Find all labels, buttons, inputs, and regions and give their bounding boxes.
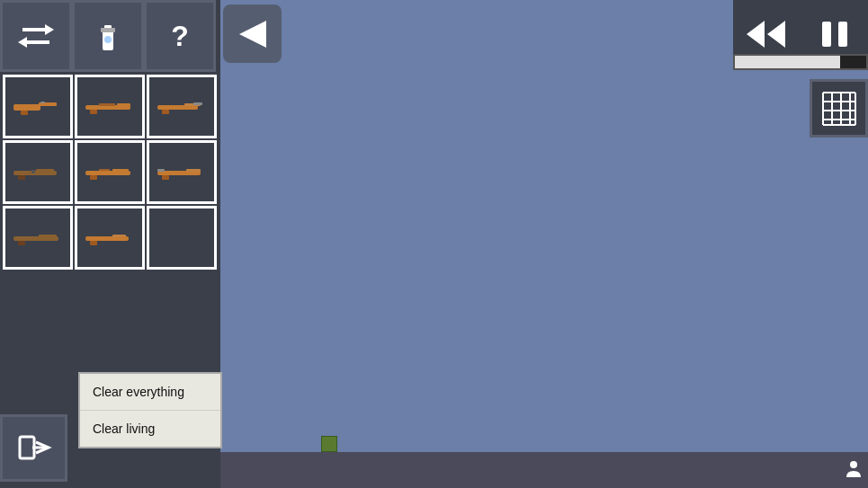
svg-marker-43 (239, 21, 266, 48)
svg-rect-6 (13, 104, 40, 111)
weapon-cell-3[interactable] (147, 75, 217, 138)
clear-living-item[interactable]: Clear living (80, 411, 220, 447)
svg-rect-32 (39, 235, 57, 237)
weapon-cell-7[interactable] (3, 206, 73, 270)
svg-marker-1 (18, 37, 27, 48)
svg-rect-28 (186, 169, 201, 172)
svg-rect-20 (36, 169, 54, 172)
svg-rect-35 (112, 235, 126, 237)
svg-point-54 (850, 461, 857, 468)
svg-rect-19 (18, 175, 25, 180)
svg-rect-9 (40, 102, 45, 103)
svg-point-5 (104, 36, 112, 43)
svg-rect-25 (99, 169, 110, 171)
svg-rect-41 (822, 22, 831, 47)
svg-rect-24 (112, 169, 129, 172)
clear-everything-item[interactable]: Clear everything (80, 374, 220, 411)
back-button[interactable] (223, 4, 282, 63)
help-icon: ? (171, 20, 189, 53)
svg-marker-40 (767, 21, 785, 48)
context-menu: Clear everything Clear living (78, 372, 222, 448)
entity-block (321, 436, 337, 452)
progress-bar-container (733, 54, 868, 70)
svg-rect-31 (18, 241, 25, 245)
toolbar: ? (0, 0, 220, 72)
svg-marker-0 (45, 24, 54, 35)
svg-rect-36 (20, 437, 34, 458)
swap-button[interactable] (0, 0, 72, 72)
help-button[interactable]: ? (144, 0, 216, 72)
svg-rect-15 (162, 110, 169, 114)
svg-rect-21 (31, 170, 35, 173)
svg-rect-12 (117, 103, 130, 106)
svg-rect-17 (193, 102, 202, 105)
svg-rect-42 (838, 22, 847, 47)
weapon-cell-2[interactable] (75, 75, 145, 138)
svg-rect-34 (90, 241, 97, 245)
exit-button[interactable] (0, 414, 67, 482)
svg-rect-8 (21, 111, 28, 115)
progress-bar (735, 56, 840, 68)
svg-marker-39 (747, 21, 765, 48)
ground (220, 452, 868, 488)
svg-rect-4 (101, 28, 115, 32)
weapon-cell-5[interactable] (75, 140, 145, 204)
svg-rect-27 (162, 175, 169, 180)
person-icon (844, 459, 864, 484)
svg-rect-13 (99, 103, 115, 106)
svg-rect-11 (90, 110, 97, 114)
main-canvas[interactable] (220, 0, 868, 488)
svg-rect-29 (157, 169, 165, 172)
weapon-cell-6[interactable] (147, 140, 217, 204)
svg-rect-23 (90, 175, 97, 180)
grid-button[interactable] (810, 79, 868, 138)
weapon-cell-9[interactable] (147, 206, 217, 270)
weapon-cell-8[interactable] (75, 206, 145, 270)
weapon-cell-1[interactable] (3, 75, 73, 138)
item-button[interactable] (72, 0, 144, 72)
weapon-cell-4[interactable] (3, 140, 73, 204)
